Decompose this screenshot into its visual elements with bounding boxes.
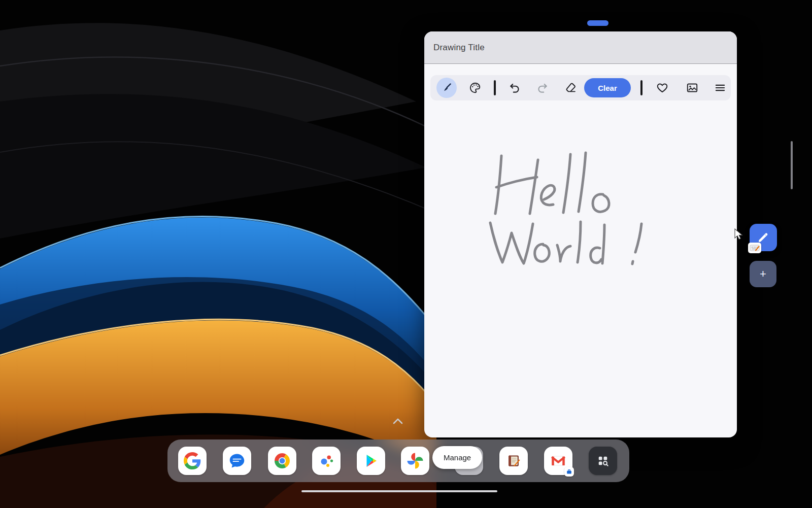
overflow-menu-button[interactable] [714, 81, 727, 94]
mouse-cursor [734, 228, 744, 241]
dock-app-photos[interactable] [401, 447, 429, 475]
hamburger-menu-icon [714, 81, 727, 94]
gmail-icon [549, 452, 567, 470]
manage-button[interactable]: Manage [432, 446, 482, 469]
gesture-navigation-bar[interactable] [301, 490, 497, 492]
dock-app-books[interactable] [499, 447, 528, 475]
handwriting-keyboard-icon [748, 243, 761, 253]
toolbar-divider [640, 80, 642, 95]
eraser-tool-button[interactable] [564, 81, 577, 94]
eraser-icon [564, 81, 577, 94]
dock-app-search[interactable] [589, 447, 617, 475]
favorite-button[interactable] [656, 81, 669, 94]
photos-icon [407, 452, 424, 469]
taskbar: Manage [167, 439, 629, 482]
redo-button[interactable] [536, 81, 549, 94]
dock-app-chrome[interactable] [268, 447, 296, 475]
desktop: Drawing Title [0, 0, 812, 508]
drawing-canvas[interactable] [424, 101, 737, 437]
book-icon [505, 452, 522, 469]
window-drag-handle[interactable] [587, 20, 608, 26]
window-title: Drawing Title [433, 43, 485, 53]
drawing-app-window: Drawing Title [424, 31, 737, 437]
add-note-button[interactable]: + [750, 261, 776, 287]
assistant-icon [317, 452, 335, 470]
undo-icon [508, 81, 521, 94]
dock-app-play-store[interactable] [357, 447, 385, 475]
dock-app-gmail[interactable] [544, 447, 572, 475]
palette-tool-button[interactable] [468, 81, 482, 94]
edge-scrollbar[interactable] [791, 141, 793, 189]
image-icon [686, 81, 699, 94]
palette-icon [468, 81, 482, 94]
brush-tool-button[interactable] [436, 78, 457, 98]
drawing-toolbar: Clear [430, 75, 731, 100]
chrome-icon [273, 452, 291, 470]
play-store-icon [362, 452, 380, 469]
undo-button[interactable] [508, 81, 521, 94]
redo-icon [536, 81, 549, 94]
plus-icon: + [760, 267, 766, 281]
work-briefcase-badge [564, 467, 574, 477]
google-g-icon [184, 452, 201, 469]
toolbar-divider [494, 80, 496, 95]
stylus-fab-button[interactable] [750, 224, 777, 251]
dock-app-messages[interactable] [223, 447, 251, 475]
window-titlebar[interactable]: Drawing Title [424, 31, 737, 64]
brush-icon [441, 82, 453, 94]
dock-app-google[interactable] [178, 447, 207, 475]
chevron-up-icon[interactable] [391, 416, 404, 426]
heart-icon [656, 81, 669, 94]
clear-button[interactable]: Clear [584, 78, 631, 97]
dock-app-assistant[interactable] [312, 447, 341, 475]
messages-icon [228, 452, 246, 470]
insert-image-button[interactable] [686, 81, 699, 94]
app-search-icon [594, 452, 612, 470]
